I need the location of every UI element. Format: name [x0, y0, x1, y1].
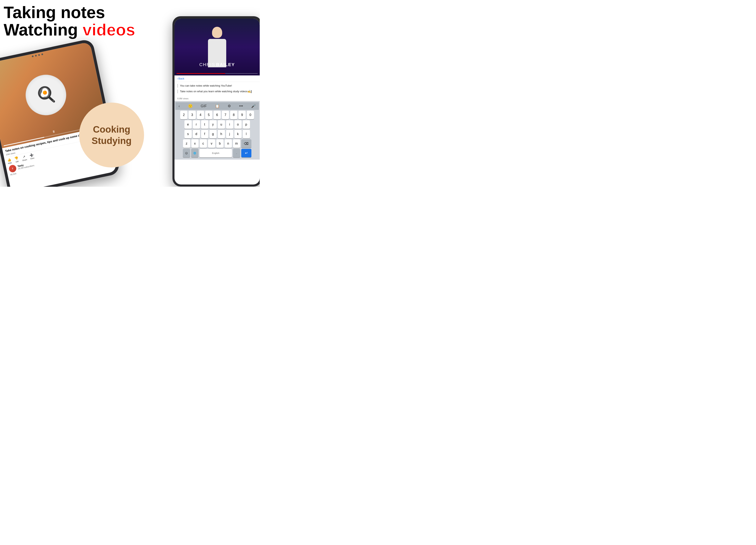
like-button[interactable]: 👍 498K: [7, 158, 12, 165]
speaker-head: [212, 27, 222, 38]
speaker-figure: [205, 23, 229, 75]
key-d[interactable]: d: [193, 130, 200, 138]
pause-icon[interactable]: ⏸: [52, 130, 56, 134]
key-x[interactable]: x: [191, 139, 199, 148]
emoji-toolbar-icon[interactable]: 🙂: [187, 103, 194, 109]
key-v[interactable]: v: [208, 139, 215, 148]
phone-right-screen: CHRIS BAILEY ‹ Back You can take notes w…: [174, 19, 260, 185]
main-title: Taking notes Watching videos: [4, 4, 135, 39]
studying-label: Studying: [92, 135, 132, 146]
key-y[interactable]: y: [209, 120, 217, 129]
thumbs-down-icon: 👎: [14, 156, 19, 161]
key-e[interactable]: e: [184, 120, 192, 129]
key-row-1: e r t y u i o p: [175, 120, 259, 129]
title-line1: Taking notes: [4, 4, 135, 21]
key-row-2: s d f g h j k l: [175, 130, 259, 138]
key-5[interactable]: 5: [205, 111, 212, 119]
key-6[interactable]: 6: [213, 111, 221, 119]
key-0[interactable]: 0: [247, 111, 254, 119]
note-text-1: You can take notes while watching YouTub…: [180, 84, 257, 88]
key-p[interactable]: p: [243, 120, 250, 129]
back-label: Back: [178, 77, 184, 80]
text-cursor: [251, 90, 251, 93]
key-s[interactable]: s: [184, 130, 192, 138]
key-8[interactable]: 8: [230, 111, 237, 119]
title-line2: Watching videos: [4, 21, 135, 39]
thumbs-up-icon: 👍: [7, 158, 12, 162]
title-videos: videos: [83, 20, 135, 39]
food-plate: 🍳: [22, 71, 70, 119]
globe-key[interactable]: 🌐: [191, 149, 198, 157]
category-bubble: Cooking Studying: [79, 103, 144, 168]
back-button[interactable]: ‹ Back: [177, 77, 184, 80]
key-m[interactable]: m: [233, 139, 240, 148]
save-icon: ➕: [29, 153, 34, 158]
keyboard[interactable]: ‹ 🙂 GIF 📋 ⚙ ••• 🎤 2 3 4 5 6 7 8: [174, 101, 260, 160]
key-c[interactable]: c: [200, 139, 207, 148]
settings-icon[interactable]: ⚙: [226, 103, 232, 109]
key-i[interactable]: i: [226, 120, 233, 129]
key-n[interactable]: n: [225, 139, 232, 148]
key-j[interactable]: j: [226, 130, 233, 138]
mic-icon[interactable]: 🎤: [250, 103, 257, 109]
key-9[interactable]: 9: [238, 111, 246, 119]
key-u[interactable]: u: [218, 120, 225, 129]
video-progress-fill: [177, 73, 225, 74]
save-button[interactable]: ➕ Save: [29, 153, 35, 160]
clipboard-icon[interactable]: 📋: [214, 103, 221, 109]
key-b[interactable]: b: [216, 139, 224, 148]
key-g[interactable]: g: [209, 130, 217, 138]
key-l[interactable]: l: [243, 130, 250, 138]
key-row-bottom: ☺ 🌐 English . ↵: [175, 149, 259, 157]
key-k[interactable]: k: [234, 130, 242, 138]
key-3[interactable]: 3: [188, 111, 196, 119]
note-item-2: Take notes on what you learn while watch…: [177, 90, 257, 93]
nav-bar: ‹ Back: [174, 75, 260, 82]
channel-info: Tasty 20.3M subscribers: [17, 162, 34, 170]
title-watching: Watching: [4, 20, 83, 39]
key-h[interactable]: h: [218, 130, 225, 138]
key-row-3: z x c v b n m ⌫: [175, 139, 259, 148]
delete-key[interactable]: ⌫: [241, 139, 251, 148]
share-icon: ↗: [22, 155, 26, 159]
share-label: Share: [22, 159, 27, 162]
enter-key[interactable]: ↵: [241, 149, 251, 157]
key-4[interactable]: 4: [197, 111, 204, 119]
save-label: Save: [30, 157, 34, 160]
share-button[interactable]: ↗ Share: [21, 154, 27, 161]
video-area: CHRIS BAILEY: [174, 19, 260, 75]
notes-area: You can take notes while watching YouTub…: [174, 82, 260, 97]
number-row: 2 3 4 5 6 7 8 9 0: [175, 111, 259, 119]
key-t[interactable]: t: [201, 120, 208, 129]
keyboard-toolbar: ‹ 🙂 GIF 📋 ⚙ ••• 🎤: [175, 102, 259, 110]
phone-right: CHRIS BAILEY ‹ Back You can take notes w…: [172, 16, 260, 187]
note-text-2: Take notes on what you learn while watch…: [180, 90, 257, 93]
video-progress-bar[interactable]: [177, 73, 258, 74]
key-2[interactable]: 2: [180, 111, 187, 119]
speaker-first-name: CHRIS: [199, 62, 215, 67]
key-f[interactable]: f: [201, 130, 208, 138]
back-arrow-key[interactable]: ‹: [177, 104, 181, 109]
emoji-key[interactable]: ☺: [183, 149, 190, 157]
more-options-icon[interactable]: •••: [238, 104, 244, 109]
like-count: 498K: [8, 162, 12, 165]
cooking-label: Cooking: [93, 124, 130, 135]
key-z[interactable]: z: [183, 139, 190, 148]
speaker-last-name: BAILEY: [216, 62, 235, 67]
key-r[interactable]: r: [193, 120, 200, 129]
dislike-count: 18K: [15, 160, 19, 163]
spacebar[interactable]: English: [199, 149, 232, 157]
gif-button[interactable]: GIF: [199, 104, 208, 109]
period-key[interactable]: .: [233, 149, 240, 157]
note-item-1: You can take notes while watching YouTub…: [177, 84, 257, 88]
key-o[interactable]: o: [234, 120, 242, 129]
dislike-button[interactable]: 👎 18K: [14, 156, 19, 163]
speaker-name-overlay: CHRIS BAILEY: [199, 62, 235, 67]
key-7[interactable]: 7: [222, 111, 229, 119]
right-views: 8.8M views: [174, 97, 260, 101]
channel-logo: T: [8, 164, 17, 173]
